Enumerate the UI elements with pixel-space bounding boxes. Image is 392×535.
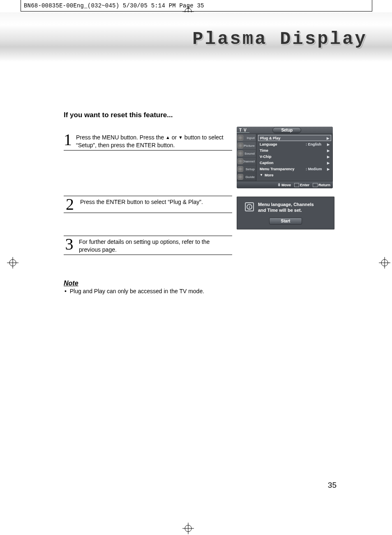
- registration-mark-icon: [379, 257, 390, 269]
- registration-mark-icon: [182, 523, 194, 534]
- step-number: 2: [64, 197, 76, 212]
- step-text: For further details on setting up option…: [79, 237, 232, 254]
- registration-mark-icon: [7, 257, 18, 269]
- step-3: 3 For further details on setting up opti…: [64, 236, 232, 255]
- section-heading: If you want to reset this feature...: [64, 111, 335, 119]
- step-text: Press the MENU button. Press the or butt…: [76, 132, 232, 149]
- note-heading: Note: [64, 280, 335, 287]
- page-number: 35: [328, 481, 337, 490]
- step-2: 2 Press the ENTER button to select “Plug…: [64, 196, 232, 213]
- page-header: Plasma Display: [0, 12, 392, 62]
- page-title: Plasma Display: [192, 29, 367, 49]
- up-triangle-icon: [166, 134, 170, 141]
- step-text: Press the ENTER button to select “Plug &…: [80, 197, 203, 206]
- step-number: 1: [64, 132, 72, 147]
- step-1: 1 Press the MENU button. Press the or bu…: [64, 132, 232, 151]
- note-bullet: • Plug and Play can only be accessed in …: [64, 288, 335, 294]
- down-triangle-icon: [178, 134, 183, 141]
- print-metadata: BN68-00835E-00Eng_(032~045) 5/30/05 5:14…: [24, 2, 204, 9]
- step-number: 3: [64, 237, 75, 252]
